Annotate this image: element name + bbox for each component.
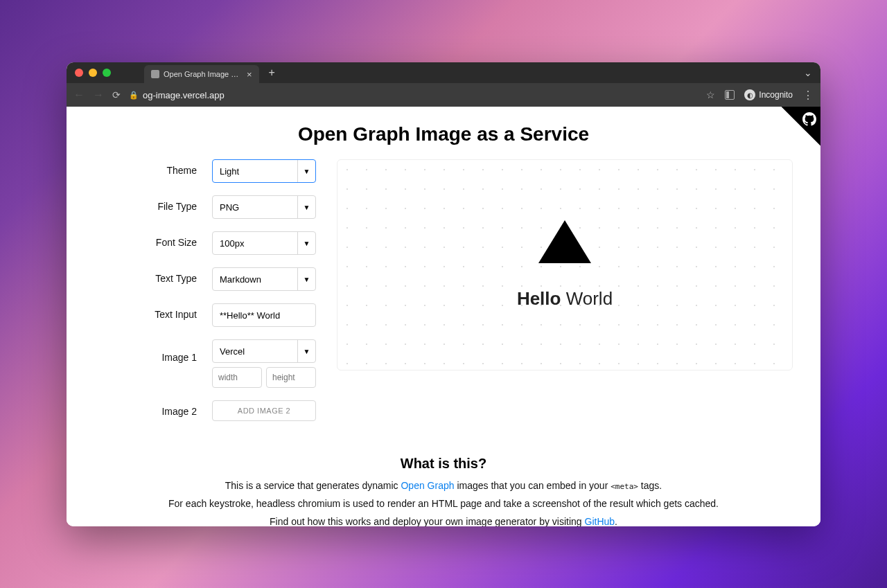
bookmark-button[interactable]: ☆ (706, 89, 715, 100)
file-type-value: PNG (213, 202, 297, 213)
tab-close-button[interactable]: × (247, 69, 252, 80)
theme-select[interactable]: Light ▼ (212, 159, 316, 183)
file-type-select[interactable]: PNG ▼ (212, 195, 316, 219)
meta-code: <meta> (611, 482, 638, 491)
text-input-label: Text Input (94, 303, 212, 320)
github-corner[interactable] (765, 107, 820, 162)
url-bar[interactable]: 🔒 og-image.vercel.app (129, 90, 698, 100)
browser-menu-button[interactable]: ⋮ (802, 89, 814, 102)
file-type-label: File Type (94, 195, 212, 212)
address-bar: ← → ⟳ 🔒 og-image.vercel.app ☆ ◐ Incognit… (67, 83, 820, 107)
github-icon (802, 112, 816, 126)
text-input-field[interactable] (212, 303, 316, 327)
image1-value: Vercel (213, 346, 297, 357)
image1-height-input[interactable] (266, 367, 316, 388)
text-type-value: Markdown (213, 274, 297, 285)
image1-label: Image 1 (94, 339, 212, 363)
incognito-label: Incognito (759, 90, 793, 100)
tab-list-button[interactable]: ⌄ (804, 67, 812, 78)
text-type-label: Text Type (94, 267, 212, 284)
text-type-select[interactable]: Markdown ▼ (212, 267, 316, 291)
github-link[interactable]: GitHub (585, 516, 615, 526)
form-column: Theme Light ▼ File Type PNG ▼ Font Size (94, 159, 316, 434)
theme-value: Light (213, 166, 297, 177)
what-paragraph-2: For each keystroke, headless chromium is… (67, 498, 820, 509)
font-size-label: Font Size (94, 231, 212, 248)
vercel-logo-icon (538, 220, 591, 263)
image1-width-input[interactable] (212, 367, 262, 388)
minimize-window-button[interactable] (89, 69, 97, 77)
tab-title: Open Graph Image as a Servic (164, 70, 240, 78)
chevron-down-icon: ▼ (297, 160, 315, 182)
theme-label: Theme (94, 159, 212, 176)
preview-text: Hello World (517, 288, 613, 310)
browser-window: Open Graph Image as a Servic × + ⌄ ← → ⟳… (67, 62, 820, 526)
reload-button[interactable]: ⟳ (112, 89, 121, 100)
back-button[interactable]: ← (73, 89, 85, 101)
preview-panel: Hello World (337, 159, 793, 371)
what-is-this-section: What is this? This is a service that gen… (67, 456, 820, 526)
tab-favicon-icon (151, 70, 159, 78)
new-tab-button[interactable]: + (269, 66, 275, 79)
what-title: What is this? (67, 456, 820, 472)
browser-tab[interactable]: Open Graph Image as a Servic × (144, 65, 259, 83)
url-text: og-image.vercel.app (143, 90, 225, 100)
window-titlebar: Open Graph Image as a Servic × + ⌄ (67, 62, 820, 83)
image2-label: Image 2 (94, 400, 212, 417)
chevron-down-icon: ▼ (297, 196, 315, 218)
font-size-select[interactable]: 100px ▼ (212, 231, 316, 255)
incognito-badge[interactable]: ◐ Incognito (744, 89, 793, 100)
chevron-down-icon: ▼ (297, 232, 315, 254)
image1-select[interactable]: Vercel ▼ (212, 339, 316, 363)
open-graph-link[interactable]: Open Graph (401, 480, 454, 491)
chevron-down-icon: ▼ (297, 340, 315, 362)
page-content: Open Graph Image as a Service Theme Ligh… (67, 107, 820, 526)
chevron-down-icon: ▼ (297, 268, 315, 290)
what-paragraph-3: Find out how this works and deploy your … (67, 516, 820, 526)
incognito-icon: ◐ (744, 89, 755, 100)
maximize-window-button[interactable] (103, 69, 111, 77)
what-paragraph-1: This is a service that generates dynamic… (67, 480, 820, 491)
extensions-button[interactable] (725, 90, 735, 100)
forward-button[interactable]: → (93, 89, 104, 101)
page-title: Open Graph Image as a Service (67, 123, 820, 145)
font-size-value: 100px (213, 238, 297, 249)
traffic-lights (75, 69, 111, 77)
lock-icon: 🔒 (129, 91, 139, 100)
add-image-button[interactable]: ADD IMAGE 2 (212, 400, 316, 421)
close-window-button[interactable] (75, 69, 83, 77)
